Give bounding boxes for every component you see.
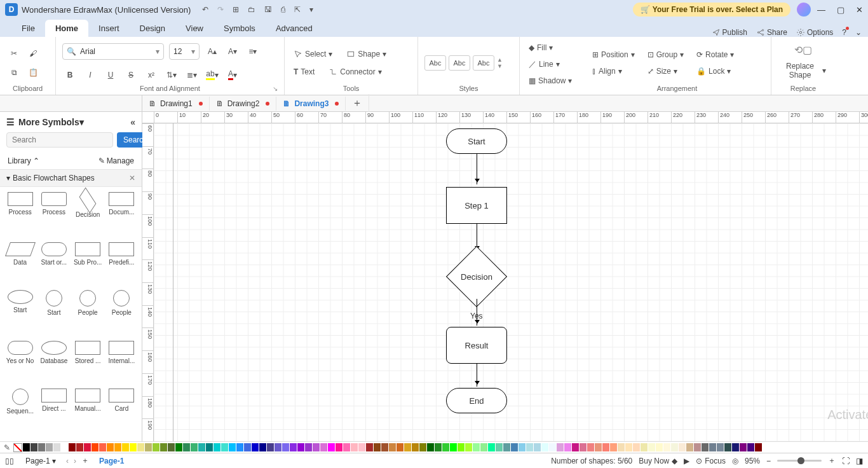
underline-icon[interactable]: U (103, 67, 118, 83)
shape-palette-item[interactable]: Card (105, 389, 138, 436)
color-swatch[interactable] (450, 443, 457, 451)
color-swatch[interactable] (732, 443, 739, 451)
color-swatch[interactable] (183, 443, 190, 451)
color-swatch[interactable] (351, 443, 358, 451)
no-color-swatch[interactable] (13, 443, 22, 452)
color-swatch[interactable] (358, 443, 365, 451)
color-swatch[interactable] (343, 443, 350, 451)
shape-tool[interactable]: Shape ▾ (344, 48, 389, 60)
buy-now-link[interactable]: Buy Now ◆ (639, 457, 677, 465)
color-swatch[interactable] (107, 443, 114, 451)
menu-tab-insert[interactable]: Insert (88, 20, 130, 37)
color-swatch[interactable] (458, 443, 465, 451)
close-button[interactable]: ✕ (856, 5, 863, 15)
style-preset-1[interactable]: Abc (424, 55, 446, 71)
save-icon[interactable]: 🖫 (264, 5, 272, 14)
minimize-button[interactable]: — (817, 5, 825, 15)
shape-palette-item[interactable]: Data (4, 242, 36, 287)
superscript-icon[interactable]: x² (144, 67, 159, 83)
redo-icon[interactable]: ↷ (217, 5, 224, 14)
print-icon[interactable]: ⎙ (281, 5, 285, 14)
color-swatch[interactable] (153, 443, 159, 451)
color-swatch[interactable] (282, 443, 289, 451)
new-icon[interactable]: ⊞ (233, 5, 239, 14)
color-swatch[interactable] (526, 443, 533, 451)
paste-icon[interactable]: 📋 (25, 65, 41, 80)
font-family-combo[interactable]: 🔍Arial▾ (62, 43, 164, 60)
color-swatch[interactable] (92, 443, 98, 451)
color-swatch[interactable] (313, 443, 320, 451)
user-avatar[interactable] (797, 3, 811, 17)
color-swatch[interactable] (175, 443, 182, 451)
copy-icon[interactable]: ⧉ (6, 65, 22, 80)
shape-palette-item[interactable]: Process (37, 192, 70, 240)
category-toggle-icon[interactable]: ▾ (6, 174, 10, 182)
drawing-canvas[interactable]: Start Step 1 Decision Yes Result End Act… (154, 123, 868, 441)
color-swatch[interactable] (435, 443, 442, 451)
color-swatch[interactable] (38, 443, 45, 451)
color-swatch[interactable] (633, 443, 640, 451)
shape-palette-item[interactable]: People (105, 290, 138, 338)
flowchart-decision[interactable]: Decision (446, 254, 507, 299)
menu-tab-file[interactable]: File (11, 20, 45, 37)
color-swatch[interactable] (229, 443, 236, 451)
color-swatch[interactable] (717, 443, 724, 451)
color-swatch[interactable] (519, 443, 526, 451)
color-swatch[interactable] (305, 443, 312, 451)
color-swatch[interactable] (160, 443, 167, 451)
more-symbols-button[interactable]: More Symbols▾ (18, 117, 84, 127)
line-button[interactable]: ／ Line ▾ (526, 57, 577, 71)
shadow-button[interactable]: ▦ Shadow ▾ (526, 74, 577, 88)
shape-palette-item[interactable]: Predefi... (105, 242, 138, 287)
connector-tool[interactable]: Connector ▾ (326, 65, 384, 78)
share-button[interactable]: Share (756, 28, 787, 37)
color-swatch[interactable] (275, 443, 281, 451)
color-swatch[interactable] (580, 443, 587, 451)
fill-button[interactable]: ◆ Fill ▾ (526, 41, 577, 55)
color-swatch[interactable] (557, 443, 564, 451)
panel-toggle-icon[interactable]: ◨ (856, 457, 863, 465)
text-tool[interactable]: T Text (291, 65, 317, 78)
zoom-out-icon[interactable]: − (766, 457, 771, 465)
color-swatch[interactable] (511, 443, 518, 451)
shape-palette-item[interactable]: Direct ... (37, 389, 70, 436)
trial-banner[interactable]: 🛒 Your Free Trial is over. Select a Plan (633, 3, 790, 17)
color-swatch[interactable] (267, 443, 274, 451)
color-swatch[interactable] (31, 443, 37, 451)
flowchart-step1[interactable]: Step 1 (446, 187, 507, 224)
color-swatch[interactable] (648, 443, 655, 451)
lock-button[interactable]: 🔒 Lock▾ (694, 64, 736, 78)
color-swatch[interactable] (595, 443, 602, 451)
color-swatch[interactable] (473, 443, 480, 451)
menu-tab-advanced[interactable]: Advanced (266, 20, 323, 37)
color-swatch[interactable] (122, 443, 129, 451)
style-preset-3[interactable]: Abc (473, 55, 494, 71)
shape-palette-item[interactable]: Database (37, 341, 70, 386)
styles-down-icon[interactable]: ▼ (497, 63, 503, 69)
color-swatch[interactable] (427, 443, 434, 451)
style-preset-2[interactable]: Abc (449, 55, 470, 71)
ribbon-collapse-icon[interactable]: ⌄ (855, 28, 862, 37)
color-swatch[interactable] (130, 443, 137, 451)
color-swatch[interactable] (503, 443, 510, 451)
color-swatch[interactable] (297, 443, 304, 451)
page-tab-dropdown[interactable]: Page-1 ▾ (20, 455, 61, 467)
color-swatch[interactable] (572, 443, 579, 451)
align-button[interactable]: ⫿ Align▾ (590, 64, 637, 78)
select-tool[interactable]: Select ▾ (291, 48, 335, 60)
add-page-icon[interactable]: ＋ (81, 455, 89, 466)
color-swatch[interactable] (206, 443, 213, 451)
publish-button[interactable]: Publish (712, 28, 747, 37)
focus-button[interactable]: ⊙ Focus (696, 457, 726, 465)
fullscreen-icon[interactable]: ⛶ (842, 457, 850, 465)
color-swatch[interactable] (69, 443, 76, 451)
color-swatch[interactable] (328, 443, 335, 451)
color-swatch[interactable] (610, 443, 617, 451)
sidebar-collapse-icon[interactable]: « (130, 117, 135, 127)
symbol-search-input[interactable] (6, 132, 113, 148)
position-button[interactable]: ⊞ Position▾ (590, 48, 637, 62)
prev-page-icon[interactable]: ‹ (66, 457, 69, 465)
color-swatch[interactable] (244, 443, 251, 451)
menu-tab-symbols[interactable]: Symbols (214, 20, 266, 37)
eyedropper-icon[interactable]: ✎ (4, 443, 10, 452)
